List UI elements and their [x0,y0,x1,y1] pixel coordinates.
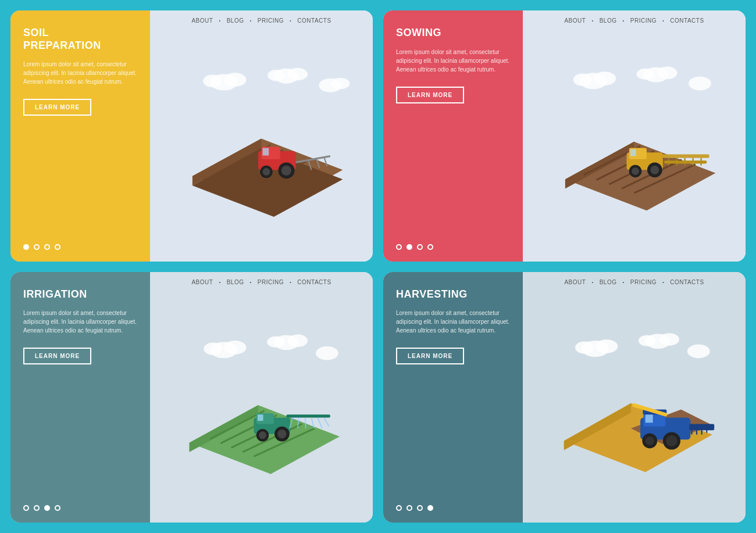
svg-rect-42 [630,149,636,156]
dots-irrigation [23,505,137,511]
dot-3 [44,505,50,511]
main-grid: SOILPREPARATION Lorem ipsum dolor sit am… [0,0,756,533]
dot-1 [396,505,402,511]
svg-point-72 [259,431,266,439]
card-left-sowing: SOWING Lorem ipsum dolor sit amet, conse… [383,10,523,262]
svg-point-1 [224,73,247,87]
dot-2 [34,244,40,250]
svg-point-28 [573,73,592,86]
nav-contacts-harvesting[interactable]: CONTACTS [670,279,704,285]
card-title-irrigation: IRRIGATION [23,288,137,301]
dot-1 [23,505,29,511]
nav-pricing-soil[interactable]: PRICING [258,17,284,24]
svg-line-81 [324,417,329,426]
svg-point-7 [331,78,350,89]
svg-point-83 [595,339,618,353]
svg-point-27 [593,71,616,85]
svg-point-44 [632,167,639,175]
dot-2 [406,505,412,511]
svg-point-56 [204,342,222,355]
nav-pricing-harvesting[interactable]: PRICING [630,279,657,285]
dot-2 [406,244,412,250]
svg-point-59 [267,336,284,347]
card-irrigation: IRRIGATION Lorem ipsum dolor sit amet, c… [10,272,373,523]
card-harvesting: HARVESTING Lorem ipsum dolor sit amet, c… [383,272,746,523]
card-left-soil: SOILPREPARATION Lorem ipsum dolor sit am… [10,10,150,262]
nav-about-harvesting[interactable]: ABOUT [564,279,586,285]
learn-more-harvesting-button[interactable]: LEARN MORE [396,348,464,364]
illustration-harvesting-svg [534,302,734,511]
svg-line-78 [305,417,306,428]
dot-2 [34,505,40,511]
svg-point-58 [288,334,308,347]
dot-1 [396,244,402,250]
nav-blog-sowing[interactable]: BLOG [600,17,617,24]
dot-3 [417,505,423,511]
illustration-irrigation-svg [161,302,362,511]
nav-bar-irrigation: ABOUT • BLOG • PRICING • CONTACTS [150,272,373,290]
svg-point-21 [281,166,291,176]
svg-point-86 [659,333,679,346]
card-title-harvesting: HARVESTING [396,288,510,301]
learn-more-sowing-button[interactable]: LEARN MORE [396,87,464,103]
illustration-sowing [523,28,746,262]
svg-point-32 [689,77,711,91]
svg-point-5 [268,70,285,81]
nav-contacts-soil[interactable]: CONTACTS [297,17,331,24]
dot-1 [23,244,29,250]
svg-rect-17 [263,148,269,156]
svg-point-2 [203,75,222,88]
illustration-irrigation [150,290,373,523]
illustration-harvesting [523,290,746,523]
svg-point-99 [666,435,677,446]
dot-4 [427,505,433,511]
card-right-irrigation: ABOUT • BLOG • PRICING • CONTACTS [150,272,373,523]
svg-point-84 [575,341,594,354]
card-desc-irrigation: Lorem ipsum dolor sit amet, consectetur … [23,309,137,335]
nav-about-sowing[interactable]: ABOUT [564,17,586,24]
card-right-harvesting: ABOUT • BLOG • PRICING • CONTACTS [523,272,746,523]
svg-point-31 [637,69,654,80]
nav-contacts-sowing[interactable]: CONTACTS [670,17,704,24]
nav-about-irrigation[interactable]: ABOUT [191,279,213,285]
card-desc-soil: Lorem ipsum dolor sit amet, consectetur … [23,60,137,86]
nav-pricing-irrigation[interactable]: PRICING [258,279,284,285]
card-desc-harvesting: Lorem ipsum dolor sit amet, consectetur … [396,309,510,335]
card-left-irrigation: IRRIGATION Lorem ipsum dolor sit amet, c… [10,272,150,523]
learn-more-irrigation-button[interactable]: LEARN MORE [23,348,91,364]
svg-point-88 [687,344,710,358]
nav-bar-sowing: ABOUT • BLOG • PRICING • CONTACTS [523,10,746,28]
learn-more-soil-button[interactable]: LEARN MORE [23,99,91,116]
svg-point-60 [316,346,338,360]
svg-point-97 [646,436,654,445]
nav-about-soil[interactable]: ABOUT [191,17,213,24]
card-sowing: SOWING Lorem ipsum dolor sit amet, conse… [383,10,746,262]
card-right-soil: ABOUT • BLOG • PRICING • CONTACTS [150,10,373,262]
nav-pricing-sowing[interactable]: PRICING [630,17,657,24]
svg-point-87 [639,335,656,346]
svg-point-74 [278,430,287,438]
dot-3 [44,244,50,250]
dots-harvesting [396,505,510,511]
nav-bar-harvesting: ABOUT • BLOG • PRICING • CONTACTS [523,272,746,290]
svg-rect-70 [258,414,263,421]
svg-point-55 [224,341,247,355]
nav-blog-irrigation[interactable]: BLOG [227,279,244,285]
card-title-soil: SOILPREPARATION [23,27,137,52]
card-left-harvesting: HARVESTING Lorem ipsum dolor sit amet, c… [383,272,523,523]
card-desc-sowing: Lorem ipsum dolor sit amet, consectetur … [396,48,510,74]
svg-rect-53 [664,160,707,163]
nav-blog-harvesting[interactable]: BLOG [600,279,617,285]
nav-contacts-irrigation[interactable]: CONTACTS [297,279,331,285]
illustration-soil [150,28,373,262]
svg-point-46 [651,166,659,174]
dot-3 [417,244,423,250]
dot-4 [55,505,60,511]
nav-blog-soil[interactable]: BLOG [227,17,244,24]
svg-rect-47 [662,154,709,158]
card-title-sowing: SOWING [396,27,510,40]
svg-point-30 [657,67,677,80]
dots-soil [23,244,137,250]
dot-4 [55,244,60,250]
nav-bar-soil: ABOUT • BLOG • PRICING • CONTACTS [150,10,373,28]
